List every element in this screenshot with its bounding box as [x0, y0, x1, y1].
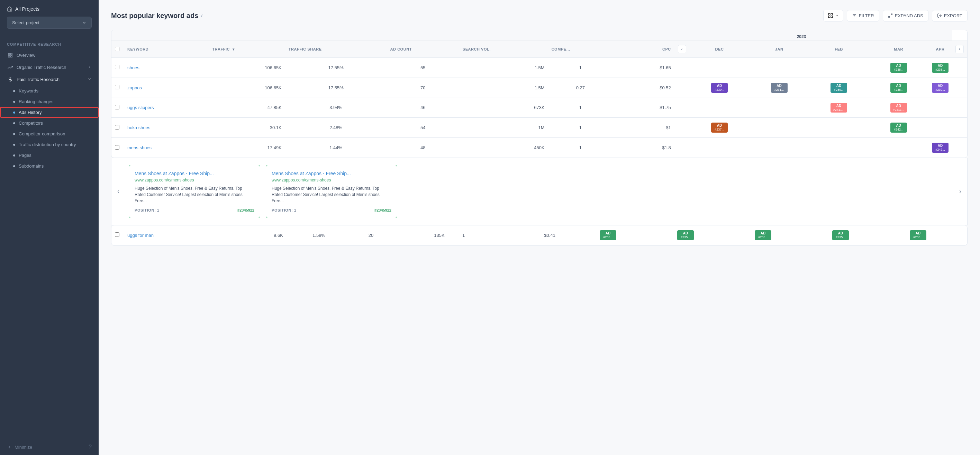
next-nav-header[interactable]: ›: [952, 41, 967, 58]
chevron-down-icon2: [88, 77, 92, 82]
year-header-row: 2023: [111, 30, 967, 41]
ad-badge[interactable]: AD#231...: [771, 83, 788, 93]
feb-cell: AD#230...: [809, 78, 869, 97]
keyword-col-header: KEYWORD: [124, 41, 208, 58]
extra-keyword-link[interactable]: uggs for man: [127, 233, 154, 238]
prev-month-button[interactable]: ‹: [678, 45, 686, 53]
search-vol-cell: 1M: [459, 118, 548, 138]
info-icon[interactable]: i: [201, 13, 202, 18]
apr-cell: AD#230...: [928, 78, 952, 97]
ad-card-id[interactable]: #2345922: [237, 208, 255, 212]
sidebar-sub-pages[interactable]: Pages: [0, 150, 99, 161]
ad-badge[interactable]: AD#238...: [890, 83, 907, 93]
traffic-cell: 106.65K: [208, 58, 285, 78]
content-header: Most popular keyword ads i FILTER EXPAND…: [111, 10, 967, 21]
row-checkbox[interactable]: [115, 232, 119, 237]
sidebar-sub-subdomains[interactable]: Subdomains: [0, 161, 99, 171]
row-checkbox[interactable]: [115, 145, 119, 150]
row-checkbox-cell: [111, 138, 124, 158]
sidebar-sub-comparison[interactable]: Competitor comparison: [0, 128, 99, 139]
ad-cards-prev-button[interactable]: ‹: [111, 165, 125, 218]
keyword-link[interactable]: uggs slippers: [127, 105, 154, 110]
all-projects-link[interactable]: All Projects: [7, 6, 92, 12]
sidebar-item-organic-traffic[interactable]: Organic Traffic Research: [0, 61, 99, 73]
sidebar-sub-ads-history[interactable]: Ads History: [0, 107, 99, 118]
ad-badge[interactable]: AD#2411...: [830, 103, 847, 113]
row-checkbox[interactable]: [115, 105, 119, 109]
row-checkbox[interactable]: [115, 85, 119, 89]
keyword-cell: zappos: [124, 78, 208, 97]
ad-card-title[interactable]: Mens Shoes at Zappos - Free Ship...: [135, 171, 255, 176]
extra-search-vol-cell: 135K: [391, 225, 448, 245]
row-checkbox[interactable]: [115, 65, 119, 69]
sidebar-item-overview[interactable]: Overview: [0, 49, 99, 61]
dot-icon: [13, 165, 15, 167]
keyword-table-wrap: 2023 KEYWORD TRAFFIC ▼ TRAFFIC SH: [111, 30, 967, 158]
filter-button[interactable]: FILTER: [847, 10, 879, 21]
feb-col-header: FEB: [809, 41, 869, 58]
pages-label: Pages: [19, 153, 32, 158]
ad-badge[interactable]: AD#238...: [890, 63, 907, 73]
extra-ad-badge-mar[interactable]: AD#235...: [832, 230, 849, 240]
ad-badge[interactable]: AD#230...: [830, 83, 847, 93]
export-button[interactable]: EXPORT: [932, 10, 967, 21]
mar-cell: AD#238...: [869, 78, 928, 97]
dot-icon: [13, 90, 15, 92]
keyword-link[interactable]: zappos: [127, 85, 142, 90]
ad-cards-section: ‹ Mens Shoes at Zappos - Free Ship...www…: [111, 158, 967, 225]
extra-ad-badge-apr[interactable]: AD#235...: [910, 230, 926, 240]
sidebar-sub-keywords[interactable]: Keywords: [0, 86, 99, 96]
sidebar-sub-ranking[interactable]: Ranking changes: [0, 96, 99, 107]
search-vol-cell: 450K: [459, 138, 548, 158]
ad-badge[interactable]: AD#242...: [890, 123, 907, 133]
select-all-checkbox[interactable]: [115, 47, 119, 51]
svg-rect-2: [8, 56, 10, 57]
ad-card: Mens Shoes at Zappos - Free Ship...www.z…: [266, 165, 397, 218]
keyword-link[interactable]: shoes: [127, 65, 140, 70]
ad-badge[interactable]: AD#2411...: [890, 103, 907, 113]
trending-up-icon: [7, 65, 13, 70]
ad-badge[interactable]: AD#242...: [932, 143, 948, 153]
sidebar-sub-traffic-dist[interactable]: Traffic distribution by country: [0, 139, 99, 150]
svg-rect-3: [10, 56, 12, 57]
search-vol-cell: 673K: [459, 97, 548, 118]
view-toggle-button[interactable]: [823, 10, 843, 21]
keywords-label: Keywords: [19, 88, 38, 94]
table-row: mens shoes17.49K1.44%48450K1$1.8AD#242..…: [111, 138, 967, 158]
cpc-cell: $1.65: [613, 58, 675, 78]
jan-cell: [749, 97, 809, 118]
ad-card-title[interactable]: Mens Shoes at Zappos - Free Ship...: [272, 171, 391, 176]
nav-prev-cell: [675, 58, 690, 78]
traffic-col-header[interactable]: TRAFFIC ▼: [208, 41, 285, 58]
keyword-link[interactable]: hoka shoes: [127, 125, 151, 130]
next-month-button[interactable]: ›: [955, 45, 964, 53]
ad-count-cell: 48: [387, 138, 459, 158]
row-checkbox-cell: [111, 97, 124, 118]
competitors-label: Competitors: [19, 120, 43, 126]
row-checkbox[interactable]: [115, 125, 119, 129]
ad-badge[interactable]: AD#230...: [932, 83, 948, 93]
svg-rect-0: [8, 53, 10, 55]
prev-nav-header[interactable]: ‹: [675, 41, 690, 58]
mar-cell: AD#238...: [869, 58, 928, 78]
sidebar-item-paid-traffic[interactable]: Paid Traffic Research: [0, 73, 99, 86]
minimize-button[interactable]: Minimize ?: [0, 439, 99, 455]
ad-badge[interactable]: AD#237...: [711, 123, 728, 133]
keyword-link[interactable]: mens shoes: [127, 145, 151, 150]
nav-prev-cell: [675, 78, 690, 97]
ad-cards-next-button[interactable]: ›: [953, 165, 967, 218]
traffic-share-cell: 17.55%: [285, 58, 387, 78]
expand-ads-button[interactable]: EXPAND ADS: [883, 10, 928, 21]
sidebar-sub-competitors[interactable]: Competitors: [0, 118, 99, 128]
extra-ad-badge-jan[interactable]: AD#235...: [677, 230, 694, 240]
nav-next-cell: [952, 138, 967, 158]
extra-feb-cell: AD#235...: [724, 225, 802, 245]
project-select-dropdown[interactable]: Select project: [7, 17, 92, 29]
extra-ad-badge-feb[interactable]: AD#235...: [755, 230, 772, 240]
ad-badge[interactable]: AD#230...: [711, 83, 728, 93]
ad-badge[interactable]: AD#238...: [932, 63, 948, 73]
ad-card-id[interactable]: #2345922: [374, 208, 391, 212]
ad-card-desc: Huge Selection of Men's Shoes. Free & Ea…: [272, 185, 391, 204]
extra-ad-badge-dec[interactable]: AD#235...: [600, 230, 616, 240]
sidebar-paid-label: Paid Traffic Research: [17, 77, 59, 82]
